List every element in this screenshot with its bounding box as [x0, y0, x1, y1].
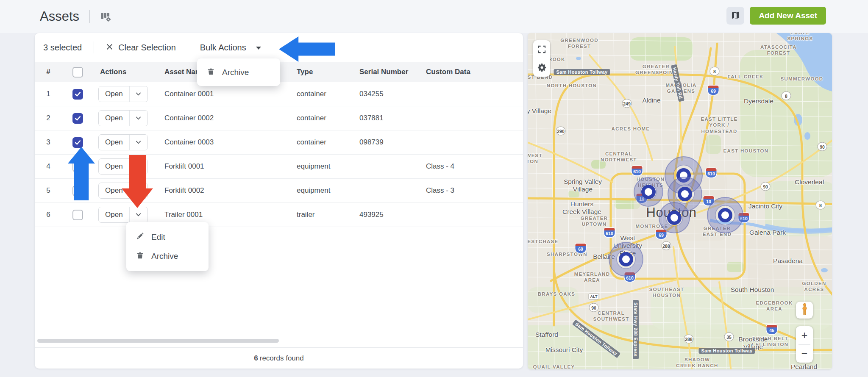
gear-icon[interactable] — [533, 59, 550, 76]
column-header-custom[interactable]: Custom Data — [426, 68, 523, 76]
zoom-out-button[interactable]: − — [796, 345, 813, 363]
serial-cell: 037881 — [359, 114, 426, 122]
cluster-marker[interactable] — [707, 197, 743, 233]
table-row: 5OpenForklift 0002equipmentClass - 3 — [35, 179, 523, 203]
open-button[interactable]: Open — [99, 207, 130, 222]
asset-name-cell: Container 0001 — [164, 90, 297, 98]
cluster-marker[interactable] — [609, 242, 643, 276]
type-cell: equipment — [297, 186, 359, 195]
type-cell: equipment — [297, 162, 359, 171]
table-row: 2OpenContainer 0002container037881 — [35, 106, 523, 130]
row-number: 2 — [35, 114, 62, 122]
cluster-marker[interactable] — [659, 202, 690, 233]
menu-item-label: Edit — [151, 233, 165, 242]
open-split-button: Open — [98, 134, 148, 150]
asset-name-cell: Container 0002 — [164, 114, 297, 122]
table-row: 1OpenContainer 0001container034255 — [35, 82, 523, 106]
asset-name-cell: Trailer 0001 — [164, 211, 297, 219]
assets-map[interactable]: GREENWOOD FORESTWBROOKEST BENDGREATER GR… — [528, 33, 832, 369]
open-button[interactable]: Open — [99, 135, 130, 150]
menu-item-label: Archive — [151, 252, 178, 261]
pegman-icon — [801, 303, 808, 317]
selected-count: 3 selected — [43, 43, 82, 53]
table-row: 6OpenTrailer 0001trailer493925 — [35, 203, 523, 227]
column-header-number[interactable]: # — [35, 68, 62, 76]
row-checkbox[interactable] — [72, 89, 83, 100]
column-header-serial[interactable]: Serial Number — [359, 68, 426, 76]
topbar-actions: Add New Asset — [726, 7, 826, 25]
row-number: 5 — [35, 186, 62, 195]
selection-toolbar: 3 selected Clear Selection Bulk Actions — [35, 33, 523, 62]
asset-name-cell: Forklift 0001 — [164, 162, 297, 171]
page-title: Assets — [40, 9, 79, 24]
chevron-down-icon — [136, 91, 141, 97]
toolbar-divider — [188, 42, 188, 53]
asset-name-cell: Forklift 0002 — [164, 186, 297, 195]
map-toggle-button[interactable] — [726, 7, 744, 25]
open-button[interactable]: Open — [99, 159, 130, 174]
row-checkbox[interactable] — [72, 137, 83, 148]
select-all-checkbox[interactable] — [72, 67, 83, 78]
column-header-type[interactable]: Type — [297, 68, 359, 76]
page: Assets Add New Asset 3 selected Clear Se… — [0, 0, 868, 377]
top-bar: Assets Add New Asset — [0, 0, 868, 33]
type-cell: container — [297, 138, 359, 147]
trash-icon — [207, 67, 215, 78]
open-split-button: Open — [98, 207, 148, 223]
horizontal-scrollbar[interactable] — [37, 339, 279, 343]
row-actions-menu: EditArchive — [126, 222, 209, 271]
open-button[interactable]: Open — [99, 86, 130, 102]
bulk-actions-menu: Archive — [197, 58, 280, 86]
column-header-actions[interactable]: Actions — [93, 68, 164, 76]
serial-cell: 034255 — [359, 90, 426, 98]
serial-cell: 098739 — [359, 138, 426, 147]
row-checkbox[interactable] — [72, 210, 83, 220]
title-divider — [89, 10, 90, 23]
map-controls-top-left — [533, 40, 550, 77]
cluster-markers — [528, 33, 832, 369]
row-menu-item-archive[interactable]: Archive — [126, 247, 209, 266]
clear-selection-button[interactable]: Clear Selection — [106, 43, 176, 53]
chevron-down-icon — [136, 212, 141, 218]
type-cell: container — [297, 114, 359, 122]
records-found-footer: 6 records found — [35, 347, 523, 369]
open-dropdown-toggle[interactable] — [130, 135, 147, 150]
open-split-button: Open — [98, 86, 148, 102]
bulk-actions-button[interactable]: Bulk Actions — [200, 43, 261, 53]
type-cell: container — [297, 90, 359, 98]
row-menu-item-edit[interactable]: Edit — [126, 227, 209, 247]
menu-item-label: Archive — [222, 68, 249, 77]
bulk-menu-item-archive[interactable]: Archive — [197, 63, 280, 82]
street-view-pegman[interactable] — [796, 302, 813, 319]
zoom-in-button[interactable]: + — [796, 326, 813, 344]
fullscreen-icon[interactable] — [533, 41, 550, 58]
asset-name-cell: Container 0003 — [164, 138, 297, 147]
row-number: 4 — [35, 162, 62, 171]
open-dropdown-toggle[interactable] — [130, 86, 147, 102]
map-icon — [731, 11, 740, 21]
open-dropdown-toggle[interactable] — [130, 111, 147, 126]
custom-data-cell: Class - 3 — [426, 186, 523, 195]
table-row: 4OpenForklift 0001equipmentClass - 4 — [35, 155, 523, 179]
trash-icon — [136, 251, 144, 261]
cluster-marker[interactable] — [634, 177, 663, 206]
open-split-button: Open — [98, 110, 148, 126]
pencil-icon — [136, 232, 144, 242]
table-body: 1OpenContainer 0001container0342552OpenC… — [35, 82, 523, 227]
open-button[interactable]: Open — [99, 111, 130, 126]
row-number: 3 — [35, 138, 62, 147]
chevron-down-icon — [136, 139, 141, 146]
table-row: 3OpenContainer 0003container098739 — [35, 130, 523, 155]
close-icon — [106, 43, 113, 53]
row-number: 1 — [35, 90, 62, 98]
toolbar-divider — [94, 42, 94, 53]
chevron-down-icon — [256, 47, 261, 50]
row-number: 6 — [35, 211, 62, 219]
open-dropdown-toggle[interactable] — [130, 207, 147, 222]
serial-cell: 493925 — [359, 211, 426, 219]
chevron-down-icon — [136, 115, 141, 122]
add-new-asset-button[interactable]: Add New Asset — [750, 7, 826, 25]
columns-settings-icon[interactable] — [100, 11, 111, 22]
row-checkbox[interactable] — [72, 113, 83, 124]
type-cell: trailer — [297, 211, 359, 219]
